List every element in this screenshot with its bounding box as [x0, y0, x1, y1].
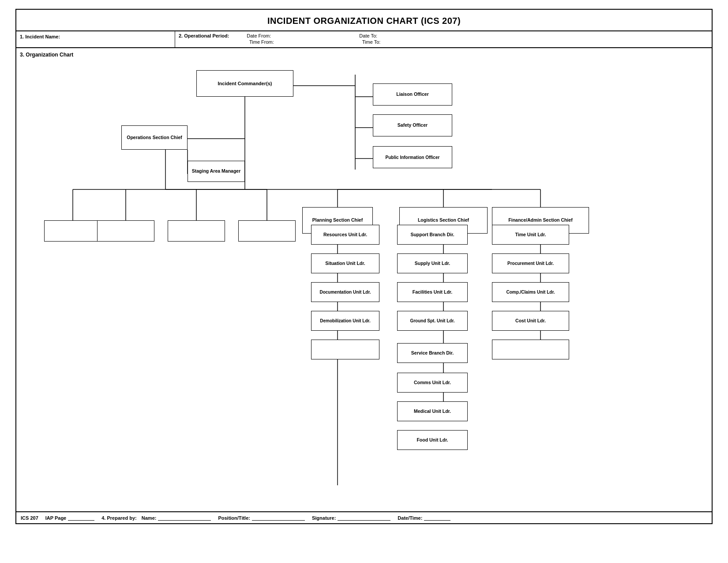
time-from-value	[292, 39, 345, 45]
footer: ICS 207 IAP Page 4. Prepared by: Name: P…	[16, 511, 712, 523]
safety-officer-box: Safety Officer	[373, 114, 452, 136]
signature-value	[338, 515, 390, 521]
finance-empty-box	[492, 340, 569, 359]
empty-box-1	[44, 220, 101, 242]
name-value	[158, 515, 211, 521]
documentation-unit-ldr-box: Documentation Unit Ldr.	[311, 282, 379, 302]
time-unit-ldr-box: Time Unit Ldr.	[492, 225, 569, 245]
incident-name-field: 1. Incident Name:	[16, 31, 175, 47]
resources-unit-ldr-box: Resources Unit Ldr.	[311, 225, 379, 245]
operational-period-label: 2. Operational Period:	[179, 33, 229, 38]
prepared-by-field: 4. Prepared by: Name:	[101, 515, 211, 521]
procurement-unit-ldr-box: Procurement Unit Ldr.	[492, 253, 569, 273]
prepared-label: 4. Prepared by:	[101, 515, 136, 521]
planning-empty-box	[311, 340, 379, 359]
time-to-value	[398, 39, 451, 45]
operations-section-chief-box: Operations Section Chief	[121, 125, 188, 150]
page-title: INCIDENT ORGANIZATION CHART (ICS 207)	[16, 10, 712, 30]
position-value	[252, 515, 305, 521]
supply-unit-ldr-box: Supply Unit Ldr.	[397, 253, 468, 273]
time-to-label: Time To:	[362, 39, 381, 45]
body-section: 3. Organization Chart	[16, 48, 712, 511]
name-label: Name:	[142, 515, 157, 521]
staging-area-manager-box: Staging Area Manager	[188, 161, 245, 182]
food-unit-ldr-box: Food Unit Ldr.	[397, 430, 468, 450]
comp-claims-unit-ldr-box: Comp./Claims Unit Ldr.	[492, 282, 569, 302]
header-row: 1. Incident Name: 2. Operational Period:…	[16, 30, 712, 48]
incident-commander-box: Incident Commander(s)	[196, 70, 293, 97]
facilities-unit-ldr-box: Facilities Unit Ldr.	[397, 282, 468, 302]
service-branch-dir-box: Service Branch Dir.	[397, 343, 468, 363]
empty-box-2	[97, 220, 154, 242]
empty-box-4	[238, 220, 296, 242]
operational-period-field: 2. Operational Period: Date From: Date T…	[175, 31, 712, 47]
comms-unit-ldr-box: Comms Unit Ldr.	[397, 373, 468, 393]
cost-unit-ldr-box: Cost Unit Ldr.	[492, 311, 569, 331]
situation-unit-ldr-box: Situation Unit Ldr.	[311, 253, 379, 273]
medical-unit-ldr-box: Medical Unit Ldr.	[397, 401, 468, 421]
position-label: Position/Title:	[218, 515, 250, 521]
ics-label: ICS 207	[21, 515, 38, 521]
iap-page-value	[68, 515, 94, 521]
support-branch-dir-box: Support Branch Dir.	[397, 225, 468, 245]
org-chart-label: 3. Organization Chart	[20, 52, 708, 58]
signature-field: Signature:	[312, 515, 390, 521]
iap-page-field: IAP Page	[45, 515, 95, 521]
date-to-value	[395, 33, 448, 38]
public-information-officer-box: Public Information Officer	[373, 146, 452, 168]
time-from-label: Time From:	[249, 39, 274, 45]
iap-label: IAP Page	[45, 515, 67, 521]
date-from-value	[289, 33, 341, 38]
page: INCIDENT ORGANIZATION CHART (ICS 207) 1.…	[15, 9, 713, 524]
liaison-officer-box: Liaison Officer	[373, 83, 452, 106]
position-field: Position/Title:	[218, 515, 305, 521]
empty-box-3	[168, 220, 225, 242]
datetime-value	[424, 515, 450, 521]
chart-area: Incident Commander(s) Liaison Officer Sa…	[20, 61, 708, 494]
datetime-field: Date/Time:	[398, 515, 450, 521]
incident-name-label: 1. Incident Name:	[20, 34, 60, 39]
datetime-label: Date/Time:	[398, 515, 422, 521]
demobilization-unit-ldr-box: Demobilization Unit Ldr.	[311, 311, 379, 331]
ground-spt-unit-ldr-box: Ground Spt. Unit Ldr.	[397, 311, 468, 331]
date-from-label: Date From:	[247, 33, 271, 38]
signature-label: Signature:	[312, 515, 336, 521]
date-to-label: Date To:	[359, 33, 377, 38]
